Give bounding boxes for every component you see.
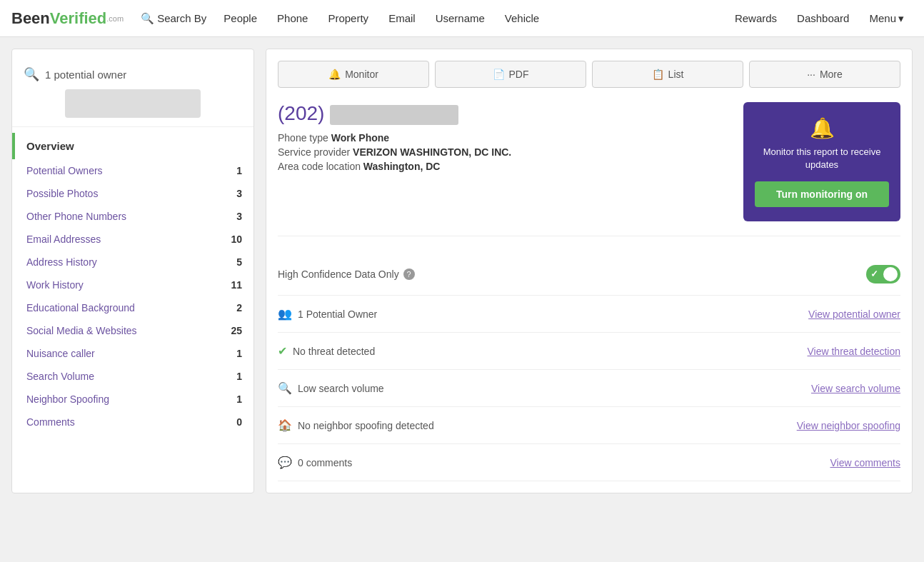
phone-info: (202) Phone type Work Phone Service prov… bbox=[278, 102, 511, 175]
nav-right: Rewards Dashboard Menu ▾ bbox=[726, 8, 913, 29]
people-icon: 👥 bbox=[278, 307, 292, 321]
person-search-icon: 🔍 bbox=[24, 66, 39, 82]
high-confidence-label-group: High Confidence Data Only ? bbox=[278, 269, 415, 280]
threat-detection-row: ✔ No threat detected View threat detecti… bbox=[278, 333, 900, 370]
nav-vehicle-label: Vehicle bbox=[505, 12, 539, 24]
monitor-button[interactable]: 🔔 Monitor bbox=[278, 61, 429, 88]
nav-item-rewards[interactable]: Rewards bbox=[726, 8, 785, 29]
comments-label: 💬 0 comments bbox=[278, 456, 352, 469]
logo[interactable]: BeenVerified.com bbox=[11, 9, 124, 28]
bell-icon: 🔔 bbox=[328, 69, 341, 80]
sidebar: 🔍 1 potential owner Overview Potential O… bbox=[11, 49, 254, 493]
phone-section: (202) Phone type Work Phone Service prov… bbox=[278, 102, 900, 236]
neighbor-spoofing-label: 🏠 No neighbor spoofing detected bbox=[278, 418, 434, 432]
sidebar-item-label: Nuisance caller bbox=[26, 348, 95, 359]
neighbor-spoofing-row: 🏠 No neighbor spoofing detected View nei… bbox=[278, 407, 900, 444]
high-confidence-label: High Confidence Data Only bbox=[278, 269, 399, 280]
sidebar-item-count: 1 bbox=[236, 371, 242, 382]
nav-item-vehicle[interactable]: Vehicle bbox=[496, 8, 548, 29]
monitor-box-text: Monitor this report to receive updates bbox=[755, 146, 889, 171]
sidebar-item-other-phones[interactable]: Other Phone Numbers 3 bbox=[12, 205, 253, 228]
sidebar-item-label: Address History bbox=[26, 256, 97, 268]
view-threat-detection-link[interactable]: View threat detection bbox=[808, 346, 901, 357]
monitor-bell-icon: 🔔 bbox=[755, 116, 889, 140]
phone-area-code: (202) bbox=[278, 102, 324, 124]
logo-verified: Verified bbox=[50, 9, 106, 28]
monitor-label: Monitor bbox=[345, 69, 378, 80]
phone-area-label: Area code location bbox=[278, 161, 361, 172]
sidebar-item-label: Social Media & Websites bbox=[26, 325, 137, 336]
sidebar-item-label: Search Volume bbox=[26, 371, 94, 382]
sidebar-item-work-history[interactable]: Work History 11 bbox=[12, 274, 253, 296]
nav-item-email[interactable]: Email bbox=[380, 8, 424, 29]
nav-menu-label: Menu bbox=[869, 12, 896, 24]
nav-item-phone[interactable]: Phone bbox=[268, 8, 316, 29]
sidebar-item-address-history[interactable]: Address History 5 bbox=[12, 251, 253, 274]
view-search-volume-link[interactable]: View search volume bbox=[811, 383, 900, 394]
sidebar-item-label: Other Phone Numbers bbox=[26, 211, 126, 222]
view-neighbor-spoofing-link[interactable]: View neighbor spoofing bbox=[797, 420, 900, 431]
sidebar-item-label: Email Addresses bbox=[26, 234, 101, 245]
pdf-button[interactable]: 📄 PDF bbox=[435, 61, 586, 88]
phone-type-label: Phone type bbox=[278, 132, 328, 144]
sidebar-item-label: Comments bbox=[26, 416, 75, 428]
list-button[interactable]: 📋 List bbox=[592, 61, 743, 88]
sidebar-item-possible-photos[interactable]: Possible Photos 3 bbox=[12, 182, 253, 205]
high-confidence-toggle[interactable]: ✓ bbox=[866, 265, 900, 283]
phone-type-row: Phone type Work Phone bbox=[278, 132, 511, 144]
sidebar-potential-owner: 🔍 1 potential owner bbox=[24, 66, 242, 82]
sidebar-item-nuisance-caller[interactable]: Nuisance caller 1 bbox=[12, 342, 253, 365]
comments-text: 0 comments bbox=[298, 457, 352, 468]
nav-item-username[interactable]: Username bbox=[427, 8, 493, 29]
sidebar-item-social-media[interactable]: Social Media & Websites 25 bbox=[12, 319, 253, 342]
comment-icon: 💬 bbox=[278, 456, 292, 469]
nav-phone-label: Phone bbox=[277, 12, 308, 24]
sidebar-item-count: 2 bbox=[236, 302, 242, 313]
sidebar-item-label: Educational Background bbox=[26, 302, 135, 313]
sidebar-overview[interactable]: Overview bbox=[12, 133, 253, 159]
page-content: 🔍 1 potential owner Overview Potential O… bbox=[0, 37, 924, 505]
nav-menu-button[interactable]: Menu ▾ bbox=[860, 8, 913, 29]
sidebar-item-count: 1 bbox=[236, 393, 242, 405]
sidebar-item-count: 3 bbox=[236, 188, 242, 199]
sidebar-item-search-volume[interactable]: Search Volume 1 bbox=[12, 365, 253, 388]
help-icon[interactable]: ? bbox=[403, 269, 415, 280]
potential-owner-count: 1 potential owner bbox=[45, 69, 126, 81]
check-icon: ✔ bbox=[278, 344, 287, 358]
search-volume-label: 🔍 Low search volume bbox=[278, 381, 384, 395]
sidebar-item-comments[interactable]: Comments 0 bbox=[12, 411, 253, 433]
more-button[interactable]: ··· More bbox=[749, 61, 900, 88]
sidebar-item-educational-background[interactable]: Educational Background 2 bbox=[12, 296, 253, 319]
navbar: BeenVerified.com 🔍 Search By People Phon… bbox=[0, 0, 924, 37]
action-bar: 🔔 Monitor 📄 PDF 📋 List ··· More bbox=[278, 61, 900, 88]
sidebar-item-potential-owners[interactable]: Potential Owners 1 bbox=[12, 159, 253, 182]
view-comments-link[interactable]: View comments bbox=[830, 457, 900, 468]
sidebar-item-email-addresses[interactable]: Email Addresses 10 bbox=[12, 228, 253, 251]
nav-username-label: Username bbox=[436, 12, 485, 24]
toggle-check-icon: ✓ bbox=[870, 269, 878, 279]
sidebar-overview-label: Overview bbox=[26, 140, 74, 152]
turn-monitoring-on-button[interactable]: Turn monitoring on bbox=[755, 181, 889, 207]
nav-email-label: Email bbox=[388, 12, 416, 24]
potential-owner-row: 👥 1 Potential Owner View potential owner bbox=[278, 296, 900, 333]
phone-provider-row: Service provider VERIZON WASHINGTON, DC … bbox=[278, 146, 511, 158]
toggle-switch[interactable]: ✓ bbox=[866, 265, 900, 283]
logo-been: Been bbox=[11, 9, 50, 28]
comments-row: 💬 0 comments View comments bbox=[278, 444, 900, 481]
sidebar-avatar-blur bbox=[65, 89, 201, 118]
sidebar-item-label: Possible Photos bbox=[26, 188, 98, 199]
nav-item-dashboard[interactable]: Dashboard bbox=[788, 8, 858, 29]
view-potential-owner-link[interactable]: View potential owner bbox=[808, 308, 900, 320]
phone-area-value: Washington, DC bbox=[363, 161, 441, 172]
nav-item-property[interactable]: Property bbox=[319, 8, 377, 29]
main-panel: 🔔 Monitor 📄 PDF 📋 List ··· More (202) bbox=[266, 49, 913, 493]
nav-item-people[interactable]: People bbox=[215, 8, 266, 29]
list-label: List bbox=[668, 69, 684, 80]
chevron-down-icon: ▾ bbox=[898, 12, 904, 25]
phone-provider-label: Service provider bbox=[278, 146, 350, 158]
nav-search-by[interactable]: 🔍 Search By bbox=[135, 8, 212, 29]
sidebar-item-neighbor-spoofing[interactable]: Neighbor Spoofing 1 bbox=[12, 388, 253, 411]
neighbor-spoofing-text: No neighbor spoofing detected bbox=[298, 420, 434, 431]
pdf-icon: 📄 bbox=[493, 69, 505, 80]
sidebar-item-count: 11 bbox=[231, 279, 242, 291]
